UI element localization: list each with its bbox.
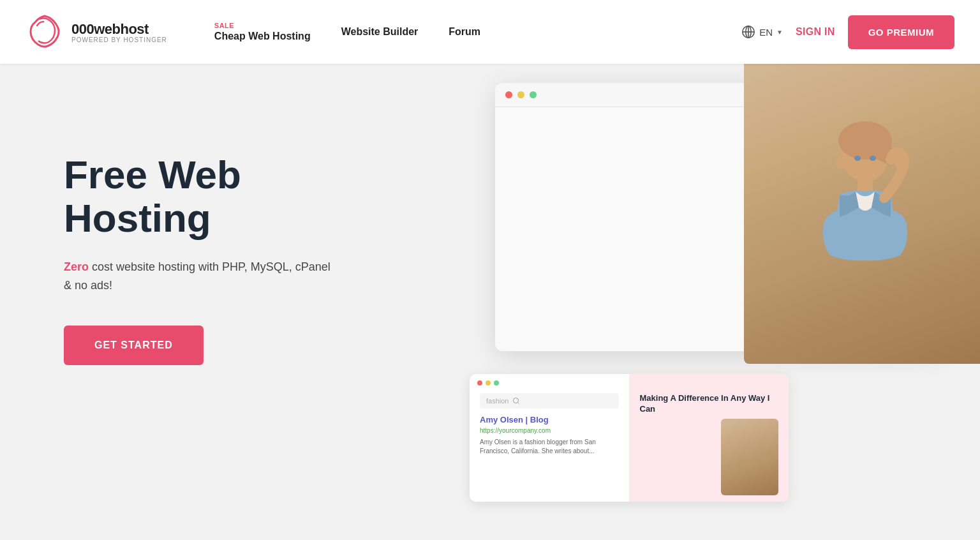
svg-point-9: [854, 156, 861, 161]
go-premium-button[interactable]: GO PREMIUM: [848, 15, 954, 49]
svg-point-11: [514, 398, 519, 403]
small-dot-2: [486, 380, 491, 386]
sign-in-button[interactable]: SIGN IN: [796, 26, 835, 38]
chevron-down-icon: ▼: [776, 29, 783, 36]
search-icon: [512, 397, 520, 405]
logo-icon: [26, 13, 64, 51]
svg-point-10: [870, 156, 876, 161]
hero-subtitle-zero: Zero: [64, 260, 89, 273]
blog-card-title: Amy Olsen | Blog: [480, 415, 619, 424]
small-browser-dots: [477, 380, 499, 386]
browser-dot-3: [530, 91, 537, 98]
svg-line-12: [518, 402, 519, 403]
small-dot-3: [494, 380, 499, 386]
woman-photo-placeholder: [744, 64, 980, 364]
pink-card: Making A Difference In Any Way I Can: [630, 374, 789, 502]
blog-card-url: https://yourcompany.com: [480, 427, 619, 434]
blog-card-desc: Amy Olsen is a fashion blogger from San …: [480, 438, 619, 456]
svg-point-7: [894, 152, 909, 170]
browser-dot-1: [505, 91, 512, 98]
browser-mockup-small: fashion Amy Olsen | Blog https://yourcom…: [470, 374, 789, 502]
pink-card-title: Making A Difference In Any Way I Can: [640, 393, 779, 415]
logo-link[interactable]: 000webhost POWERED BY HOSTINGER: [26, 13, 167, 51]
hero-title: Free Web Hosting: [64, 153, 332, 240]
browser-dot-2: [517, 91, 524, 98]
pink-card-image: [640, 419, 779, 495]
nav-item-website-builder[interactable]: Website Builder: [326, 26, 434, 38]
woman-small-placeholder: [721, 419, 778, 495]
get-started-button[interactable]: GET STARTED: [64, 326, 204, 365]
navbar: 000webhost POWERED BY HOSTINGER SALE Che…: [0, 0, 980, 64]
nav-item-forum[interactable]: Forum: [433, 26, 496, 38]
svg-point-8: [836, 156, 846, 169]
woman-silhouette: [801, 115, 929, 306]
hero-section: Free Web Hosting Zero cost website hosti…: [0, 64, 980, 540]
blog-card: fashion Amy Olsen | Blog https://yourcom…: [470, 374, 630, 502]
nav-item-cheap-web-hosting[interactable]: SALE Cheap Web Hosting: [199, 22, 326, 41]
nav-right: EN ▼ SIGN IN GO PREMIUM: [741, 15, 954, 49]
globe-icon: [741, 25, 755, 39]
woman-photo: [744, 64, 980, 364]
language-selector[interactable]: EN ▼: [741, 25, 783, 39]
hero-left-content: Free Web Hosting Zero cost website hosti…: [0, 102, 332, 365]
hero-visual: AMY O fashion Amy Olsen | Blog https://y…: [444, 64, 980, 540]
small-dot-1: [477, 380, 482, 386]
nav-links: SALE Cheap Web Hosting Website Builder F…: [199, 22, 741, 41]
hero-subtitle: Zero cost website hosting with PHP, MySQ…: [64, 258, 332, 295]
hero-subtitle-rest: cost website hosting with PHP, MySQL, cP…: [64, 260, 330, 292]
logo-text: 000webhost POWERED BY HOSTINGER: [71, 21, 167, 43]
blog-search: fashion: [480, 393, 619, 409]
blog-search-text: fashion: [486, 397, 509, 405]
